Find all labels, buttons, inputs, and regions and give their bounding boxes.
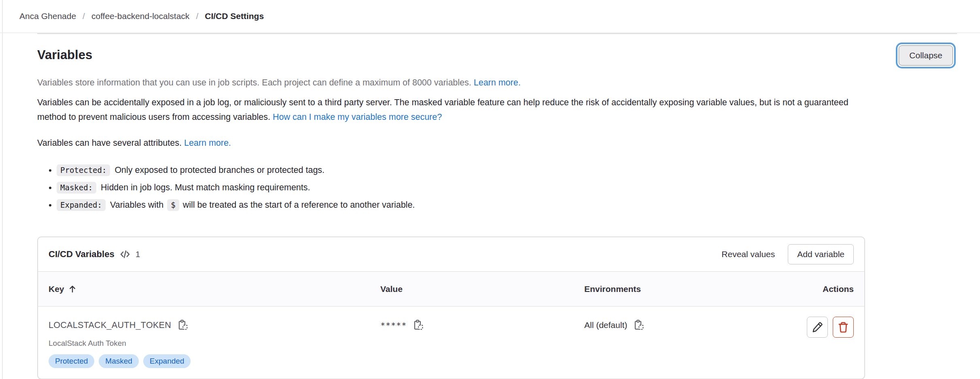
arrow-up-icon: [68, 285, 77, 294]
breadcrumb-item-current: CI/CD Settings: [205, 11, 264, 21]
badge-row: Protected Masked Expanded: [49, 354, 380, 368]
copy-value-button[interactable]: [411, 317, 426, 333]
breadcrumb-separator: /: [83, 11, 85, 21]
page-title: Variables: [37, 47, 92, 63]
breadcrumb: Anca Ghenade / coffee-backend-localstack…: [19, 11, 264, 21]
edit-variable-button[interactable]: [807, 317, 828, 338]
trash-icon: [837, 321, 849, 333]
value-cell: *****: [380, 316, 584, 368]
protected-code-label: Protected:: [57, 164, 110, 176]
masked-description: Hidden in job logs. Must match masking r…: [101, 183, 310, 192]
variable-description: LocalStack Auth Token: [49, 338, 380, 349]
breadcrumb-bar: Anca Ghenade / coffee-backend-localstack…: [0, 0, 980, 33]
actions-cell: [795, 316, 854, 368]
badge-protected: Protected: [49, 354, 94, 368]
card-header: CI/CD Variables 1 Reveal values Add vari…: [38, 237, 864, 271]
warning-paragraph: Variables can be accidentally exposed in…: [37, 95, 855, 124]
intro-text: Variables store information that you can…: [37, 78, 471, 87]
variables-table: Key Value Environments Actions LOCALSTAC…: [38, 271, 864, 379]
variable-environments: All (default): [584, 320, 627, 330]
attributes-text: Variables can have several attributes.: [37, 138, 182, 148]
collapse-button[interactable]: Collapse: [899, 45, 953, 66]
copy-to-clipboard-icon: [413, 319, 424, 331]
learn-more-link[interactable]: Learn more.: [474, 78, 521, 87]
expanded-description-after: will be treated as the start of a refere…: [183, 200, 415, 210]
copy-key-button[interactable]: [175, 317, 191, 333]
breadcrumb-separator: /: [196, 11, 198, 21]
copy-environments-button[interactable]: [631, 317, 647, 333]
code-icon: [120, 249, 130, 260]
cicd-variables-card: CI/CD Variables 1 Reveal values Add vari…: [37, 236, 865, 379]
dollar-code-label: $: [167, 199, 179, 211]
attributes-learn-more-link[interactable]: Learn more.: [184, 138, 231, 148]
table-header-row: Key Value Environments Actions: [38, 271, 864, 307]
warning-text: Variables can be accidentally exposed in…: [37, 98, 848, 122]
variables-secure-link[interactable]: How can I make my variables more secure?: [273, 112, 442, 122]
key-column-label: Key: [49, 284, 64, 294]
attributes-list: Protected:Only exposed to protected bran…: [37, 164, 957, 211]
intro-paragraph: Variables store information that you can…: [37, 77, 957, 89]
variable-value-masked: *****: [380, 320, 407, 330]
variable-key: LOCALSTACK_AUTH_TOKEN: [49, 320, 171, 330]
variable-row: LOCALSTACK_AUTH_TOKEN LocalStack Auth To…: [38, 307, 864, 379]
page-left-edge: [2, 0, 3, 379]
pencil-icon: [811, 321, 823, 333]
protected-description: Only exposed to protected branches or pr…: [115, 165, 325, 175]
column-header-key[interactable]: Key: [49, 284, 380, 294]
reveal-values-button[interactable]: Reveal values: [719, 245, 777, 263]
delete-variable-button[interactable]: [833, 317, 854, 338]
breadcrumb-item-project[interactable]: coffee-backend-localstack: [91, 11, 189, 21]
expanded-code-label: Expanded:: [57, 199, 106, 211]
list-item-expanded: Expanded:Variables with$will be treated …: [57, 199, 957, 211]
list-item-protected: Protected:Only exposed to protected bran…: [57, 164, 957, 176]
variables-count: 1: [136, 249, 140, 259]
column-header-environments: Environments: [584, 284, 795, 294]
column-header-value: Value: [380, 284, 584, 294]
column-header-actions: Actions: [795, 284, 854, 294]
variables-section: Variables Collapse Variables store infor…: [37, 33, 957, 379]
attributes-paragraph: Variables can have several attributes. L…: [37, 137, 957, 149]
list-item-masked: Masked:Hidden in job logs. Must match ma…: [57, 181, 957, 194]
copy-to-clipboard-icon: [177, 319, 189, 331]
add-variable-button[interactable]: Add variable: [788, 244, 854, 264]
environments-cell: All (default): [584, 316, 795, 368]
section-header: Variables Collapse: [37, 47, 957, 66]
key-cell: LOCALSTACK_AUTH_TOKEN LocalStack Auth To…: [49, 316, 380, 368]
card-title: CI/CD Variables: [49, 249, 115, 260]
copy-to-clipboard-icon: [633, 319, 645, 331]
badge-masked: Masked: [99, 354, 139, 368]
breadcrumb-item-user[interactable]: Anca Ghenade: [19, 11, 76, 21]
masked-code-label: Masked:: [57, 182, 96, 194]
expanded-description-before: Variables with: [110, 200, 163, 210]
badge-expanded: Expanded: [143, 354, 191, 368]
